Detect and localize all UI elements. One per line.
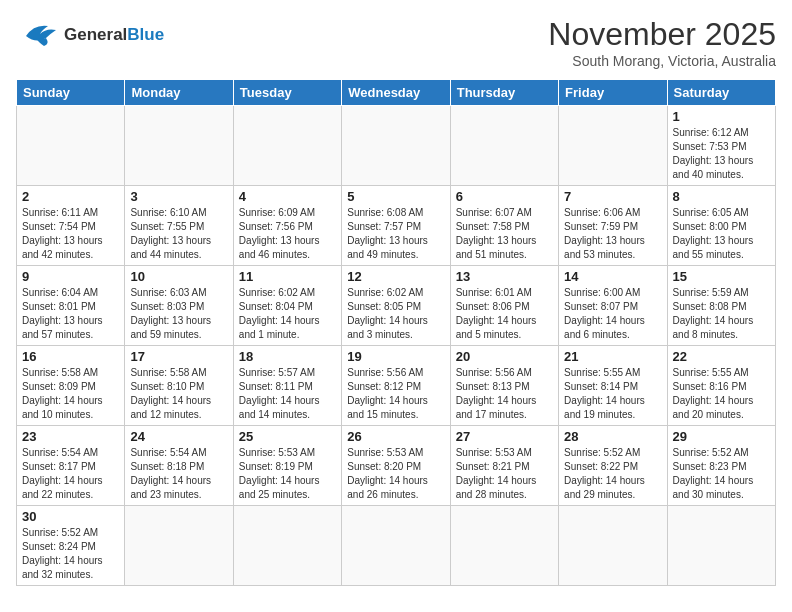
calendar-cell: 29Sunrise: 5:52 AM Sunset: 8:23 PM Dayli… xyxy=(667,426,775,506)
day-info: Sunrise: 5:56 AM Sunset: 8:13 PM Dayligh… xyxy=(456,366,553,422)
calendar-cell: 14Sunrise: 6:00 AM Sunset: 8:07 PM Dayli… xyxy=(559,266,667,346)
calendar-cell xyxy=(342,506,450,586)
calendar-cell: 22Sunrise: 5:55 AM Sunset: 8:16 PM Dayli… xyxy=(667,346,775,426)
logo-icon xyxy=(16,16,60,54)
day-info: Sunrise: 5:56 AM Sunset: 8:12 PM Dayligh… xyxy=(347,366,444,422)
day-number: 30 xyxy=(22,509,119,524)
calendar-week-1: 2Sunrise: 6:11 AM Sunset: 7:54 PM Daylig… xyxy=(17,186,776,266)
day-info: Sunrise: 6:08 AM Sunset: 7:57 PM Dayligh… xyxy=(347,206,444,262)
page-header: GeneralBlue November 2025 South Morang, … xyxy=(16,16,776,69)
day-info: Sunrise: 6:11 AM Sunset: 7:54 PM Dayligh… xyxy=(22,206,119,262)
day-info: Sunrise: 5:52 AM Sunset: 8:23 PM Dayligh… xyxy=(673,446,770,502)
month-title: November 2025 xyxy=(548,16,776,53)
logo-blue: Blue xyxy=(127,25,164,44)
day-number: 10 xyxy=(130,269,227,284)
calendar-cell: 30Sunrise: 5:52 AM Sunset: 8:24 PM Dayli… xyxy=(17,506,125,586)
weekday-header-sunday: Sunday xyxy=(17,80,125,106)
day-info: Sunrise: 6:10 AM Sunset: 7:55 PM Dayligh… xyxy=(130,206,227,262)
day-info: Sunrise: 5:54 AM Sunset: 8:18 PM Dayligh… xyxy=(130,446,227,502)
day-number: 7 xyxy=(564,189,661,204)
day-info: Sunrise: 5:59 AM Sunset: 8:08 PM Dayligh… xyxy=(673,286,770,342)
calendar-table: SundayMondayTuesdayWednesdayThursdayFrid… xyxy=(16,79,776,586)
day-number: 24 xyxy=(130,429,227,444)
day-number: 18 xyxy=(239,349,336,364)
day-number: 8 xyxy=(673,189,770,204)
calendar-cell: 1Sunrise: 6:12 AM Sunset: 7:53 PM Daylig… xyxy=(667,106,775,186)
calendar-cell: 8Sunrise: 6:05 AM Sunset: 8:00 PM Daylig… xyxy=(667,186,775,266)
weekday-header-monday: Monday xyxy=(125,80,233,106)
calendar-week-0: 1Sunrise: 6:12 AM Sunset: 7:53 PM Daylig… xyxy=(17,106,776,186)
calendar-cell xyxy=(233,506,341,586)
calendar-cell: 11Sunrise: 6:02 AM Sunset: 8:04 PM Dayli… xyxy=(233,266,341,346)
day-info: Sunrise: 6:05 AM Sunset: 8:00 PM Dayligh… xyxy=(673,206,770,262)
calendar-cell xyxy=(125,106,233,186)
calendar-week-4: 23Sunrise: 5:54 AM Sunset: 8:17 PM Dayli… xyxy=(17,426,776,506)
calendar-cell: 13Sunrise: 6:01 AM Sunset: 8:06 PM Dayli… xyxy=(450,266,558,346)
weekday-header-friday: Friday xyxy=(559,80,667,106)
day-info: Sunrise: 5:58 AM Sunset: 8:10 PM Dayligh… xyxy=(130,366,227,422)
day-info: Sunrise: 5:55 AM Sunset: 8:14 PM Dayligh… xyxy=(564,366,661,422)
day-info: Sunrise: 6:12 AM Sunset: 7:53 PM Dayligh… xyxy=(673,126,770,182)
calendar-cell: 10Sunrise: 6:03 AM Sunset: 8:03 PM Dayli… xyxy=(125,266,233,346)
weekday-header-saturday: Saturday xyxy=(667,80,775,106)
calendar-cell: 5Sunrise: 6:08 AM Sunset: 7:57 PM Daylig… xyxy=(342,186,450,266)
day-info: Sunrise: 6:01 AM Sunset: 8:06 PM Dayligh… xyxy=(456,286,553,342)
weekday-header-thursday: Thursday xyxy=(450,80,558,106)
calendar-cell: 26Sunrise: 5:53 AM Sunset: 8:20 PM Dayli… xyxy=(342,426,450,506)
day-info: Sunrise: 6:06 AM Sunset: 7:59 PM Dayligh… xyxy=(564,206,661,262)
calendar-cell: 19Sunrise: 5:56 AM Sunset: 8:12 PM Dayli… xyxy=(342,346,450,426)
calendar-cell: 28Sunrise: 5:52 AM Sunset: 8:22 PM Dayli… xyxy=(559,426,667,506)
day-number: 28 xyxy=(564,429,661,444)
day-number: 14 xyxy=(564,269,661,284)
day-number: 23 xyxy=(22,429,119,444)
calendar-cell: 20Sunrise: 5:56 AM Sunset: 8:13 PM Dayli… xyxy=(450,346,558,426)
day-info: Sunrise: 5:53 AM Sunset: 8:19 PM Dayligh… xyxy=(239,446,336,502)
day-number: 12 xyxy=(347,269,444,284)
calendar-header-row: SundayMondayTuesdayWednesdayThursdayFrid… xyxy=(17,80,776,106)
day-number: 2 xyxy=(22,189,119,204)
day-number: 3 xyxy=(130,189,227,204)
calendar-cell: 6Sunrise: 6:07 AM Sunset: 7:58 PM Daylig… xyxy=(450,186,558,266)
day-info: Sunrise: 6:02 AM Sunset: 8:05 PM Dayligh… xyxy=(347,286,444,342)
calendar-cell: 12Sunrise: 6:02 AM Sunset: 8:05 PM Dayli… xyxy=(342,266,450,346)
day-info: Sunrise: 5:54 AM Sunset: 8:17 PM Dayligh… xyxy=(22,446,119,502)
day-info: Sunrise: 5:52 AM Sunset: 8:24 PM Dayligh… xyxy=(22,526,119,582)
weekday-header-wednesday: Wednesday xyxy=(342,80,450,106)
calendar-cell: 24Sunrise: 5:54 AM Sunset: 8:18 PM Dayli… xyxy=(125,426,233,506)
calendar-week-2: 9Sunrise: 6:04 AM Sunset: 8:01 PM Daylig… xyxy=(17,266,776,346)
calendar-cell: 9Sunrise: 6:04 AM Sunset: 8:01 PM Daylig… xyxy=(17,266,125,346)
calendar-cell xyxy=(667,506,775,586)
day-number: 5 xyxy=(347,189,444,204)
calendar-cell: 7Sunrise: 6:06 AM Sunset: 7:59 PM Daylig… xyxy=(559,186,667,266)
day-number: 4 xyxy=(239,189,336,204)
day-number: 20 xyxy=(456,349,553,364)
day-info: Sunrise: 6:02 AM Sunset: 8:04 PM Dayligh… xyxy=(239,286,336,342)
calendar-cell: 2Sunrise: 6:11 AM Sunset: 7:54 PM Daylig… xyxy=(17,186,125,266)
day-number: 26 xyxy=(347,429,444,444)
day-number: 16 xyxy=(22,349,119,364)
calendar-cell xyxy=(17,106,125,186)
day-number: 15 xyxy=(673,269,770,284)
title-block: November 2025 South Morang, Victoria, Au… xyxy=(548,16,776,69)
day-number: 17 xyxy=(130,349,227,364)
day-number: 27 xyxy=(456,429,553,444)
calendar-cell xyxy=(342,106,450,186)
calendar-cell xyxy=(559,106,667,186)
calendar-cell: 18Sunrise: 5:57 AM Sunset: 8:11 PM Dayli… xyxy=(233,346,341,426)
calendar-cell: 15Sunrise: 5:59 AM Sunset: 8:08 PM Dayli… xyxy=(667,266,775,346)
weekday-header-tuesday: Tuesday xyxy=(233,80,341,106)
day-number: 13 xyxy=(456,269,553,284)
day-number: 1 xyxy=(673,109,770,124)
calendar-cell: 21Sunrise: 5:55 AM Sunset: 8:14 PM Dayli… xyxy=(559,346,667,426)
day-number: 25 xyxy=(239,429,336,444)
day-info: Sunrise: 5:53 AM Sunset: 8:21 PM Dayligh… xyxy=(456,446,553,502)
day-info: Sunrise: 6:07 AM Sunset: 7:58 PM Dayligh… xyxy=(456,206,553,262)
day-info: Sunrise: 5:55 AM Sunset: 8:16 PM Dayligh… xyxy=(673,366,770,422)
calendar-cell xyxy=(125,506,233,586)
day-number: 29 xyxy=(673,429,770,444)
calendar-cell: 23Sunrise: 5:54 AM Sunset: 8:17 PM Dayli… xyxy=(17,426,125,506)
day-info: Sunrise: 6:09 AM Sunset: 7:56 PM Dayligh… xyxy=(239,206,336,262)
calendar-cell: 16Sunrise: 5:58 AM Sunset: 8:09 PM Dayli… xyxy=(17,346,125,426)
day-info: Sunrise: 5:57 AM Sunset: 8:11 PM Dayligh… xyxy=(239,366,336,422)
calendar-week-5: 30Sunrise: 5:52 AM Sunset: 8:24 PM Dayli… xyxy=(17,506,776,586)
